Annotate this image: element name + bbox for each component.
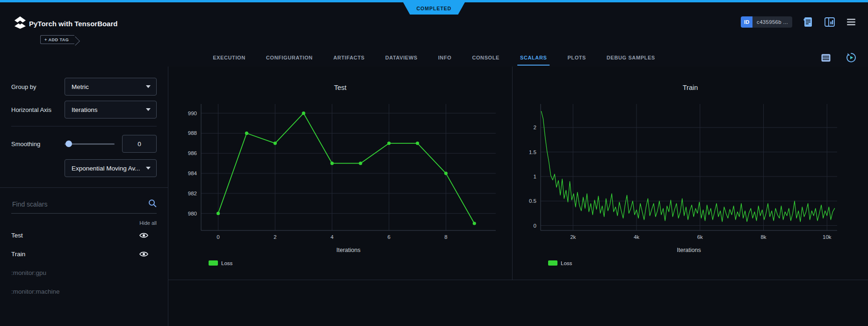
horizontal-axis-label: Horizontal Axis [11, 106, 65, 113]
horizontal-axis-row: Horizontal Axis Iterations [0, 101, 168, 119]
group-by-select[interactable]: Metric [65, 78, 157, 96]
divider [11, 126, 157, 126]
train-loss-chart[interactable]: 2k4k6k8k10k00.511.52TrainIterationsLoss [513, 67, 868, 280]
smoothing-method-row: Exponential Moving Av... [0, 159, 168, 177]
svg-text:0.5: 0.5 [529, 198, 536, 204]
experiment-logo-icon [13, 15, 27, 31]
tab-debug-samples[interactable]: DEBUG SAMPLES [607, 49, 655, 67]
svg-text:Loss: Loss [221, 260, 233, 266]
svg-text:4: 4 [331, 234, 334, 240]
metric-row-test[interactable]: Test [0, 226, 168, 244]
horizontal-axis-select[interactable]: Iterations [65, 101, 157, 119]
svg-text:10k: 10k [823, 234, 832, 240]
test-loss-chart[interactable]: 02468980982984986988990TestIterationsLos… [168, 67, 512, 280]
experiment-id-chip[interactable]: ID c435956b ... [741, 16, 792, 28]
smoothing-label: Smoothing [11, 141, 65, 148]
svg-text:6: 6 [388, 234, 391, 240]
id-label: ID [741, 16, 752, 28]
svg-text:982: 982 [188, 191, 197, 196]
svg-text:6k: 6k [697, 234, 703, 240]
hide-all-link[interactable]: Hide all [0, 220, 168, 226]
page-title: PyTorch with TensorBoard [29, 20, 117, 28]
svg-text:8: 8 [444, 234, 447, 240]
metric-label: Test [11, 232, 23, 239]
metric-row-monitor-machine[interactable]: :monitor:machine [0, 282, 168, 301]
svg-text:986: 986 [188, 150, 197, 156]
metric-label: Train [11, 251, 25, 258]
charts-row: 02468980982984986988990TestIterationsLos… [168, 67, 868, 280]
tabs: EXECUTION CONFIGURATION ARTIFACTS DATAVI… [213, 49, 655, 67]
tab-bar-actions [820, 49, 857, 67]
svg-text:Loss: Loss [561, 260, 572, 266]
tab-configuration[interactable]: CONFIGURATION [266, 49, 313, 67]
group-by-value: Metric [72, 83, 89, 90]
menu-icon[interactable] [846, 16, 857, 28]
tab-execution[interactable]: EXECUTION [213, 49, 246, 67]
smoothing-method-value: Exponential Moving Av... [72, 165, 140, 172]
svg-text:2k: 2k [570, 234, 576, 240]
chart-panel-test: 02468980982984986988990TestIterationsLos… [168, 67, 513, 280]
scalars-sidebar: Group by Metric Horizontal Axis Iteratio… [0, 67, 168, 326]
eye-icon[interactable] [139, 232, 148, 238]
tab-info[interactable]: INFO [438, 49, 452, 67]
scalar-search [0, 199, 168, 209]
group-by-row: Group by Metric [0, 78, 168, 96]
metric-label: :monitor:gpu [11, 269, 46, 276]
group-by-label: Group by [11, 83, 65, 90]
svg-text:988: 988 [188, 130, 197, 136]
svg-text:0: 0 [217, 234, 219, 240]
tab-dataviews[interactable]: DATAVIEWS [385, 49, 418, 67]
tab-scalars[interactable]: SCALARS [520, 49, 547, 67]
auto-refresh-icon[interactable] [846, 52, 857, 63]
metric-row-train[interactable]: Train [0, 244, 168, 263]
status-ribbon: COMPLETED [403, 2, 465, 15]
svg-text:Test: Test [334, 84, 347, 91]
metric-row-monitor-gpu[interactable]: :monitor:gpu [0, 263, 168, 282]
svg-text:990: 990 [188, 111, 197, 116]
metric-label: :monitor:machine [11, 288, 60, 295]
svg-text:Train: Train [683, 84, 698, 91]
slider-track [65, 143, 115, 145]
svg-text:980: 980 [188, 211, 197, 216]
search-underline [11, 213, 157, 214]
svg-text:Iterations: Iterations [677, 247, 701, 253]
svg-text:2: 2 [534, 125, 536, 130]
empty-area [168, 280, 868, 326]
divider [0, 187, 168, 188]
svg-text:1: 1 [534, 174, 536, 179]
app-root: COMPLETED PyTorch with TensorBoard + ADD… [0, 0, 868, 326]
smoothing-row: Smoothing 0 [0, 135, 168, 153]
search-icon[interactable] [148, 199, 157, 209]
caret-down-icon [146, 167, 151, 170]
svg-text:8k: 8k [760, 234, 766, 240]
smoothing-method-select[interactable]: Exponential Moving Av... [65, 159, 157, 177]
header-actions: ID c435956b ... [741, 16, 857, 28]
eye-icon[interactable] [139, 251, 148, 257]
caret-down-icon [146, 108, 151, 111]
status-color-strip [0, 0, 868, 2]
table-view-icon[interactable] [820, 52, 832, 63]
svg-text:984: 984 [188, 170, 197, 176]
tab-console[interactable]: CONSOLE [472, 49, 499, 67]
smoothing-slider[interactable] [65, 141, 115, 147]
charts-area: 02468980982984986988990TestIterationsLos… [168, 67, 868, 326]
tab-artifacts[interactable]: ARTIFACTS [333, 49, 365, 67]
caret-down-icon [146, 85, 151, 88]
content-body: Group by Metric Horizontal Axis Iteratio… [0, 67, 868, 326]
smoothing-value-input[interactable]: 0 [122, 135, 157, 153]
tab-plots[interactable]: PLOTS [567, 49, 586, 67]
horizontal-axis-value: Iterations [72, 106, 98, 113]
svg-text:4k: 4k [634, 234, 639, 240]
svg-text:0: 0 [534, 223, 536, 229]
svg-text:2: 2 [274, 234, 276, 240]
chart-panel-train: 2k4k6k8k10k00.511.52TrainIterationsLoss [513, 67, 868, 280]
details-panel-icon[interactable] [824, 16, 835, 28]
id-value: c435956b ... [752, 16, 792, 28]
svg-text:Iterations: Iterations [336, 247, 360, 253]
add-tag-button[interactable]: + ADD TAG [40, 35, 74, 44]
console-log-icon[interactable] [803, 16, 814, 28]
slider-thumb[interactable] [65, 141, 72, 147]
svg-text:1.5: 1.5 [529, 149, 536, 155]
tab-bar: EXECUTION CONFIGURATION ARTIFACTS DATAVI… [0, 49, 868, 67]
search-input[interactable] [11, 200, 148, 208]
